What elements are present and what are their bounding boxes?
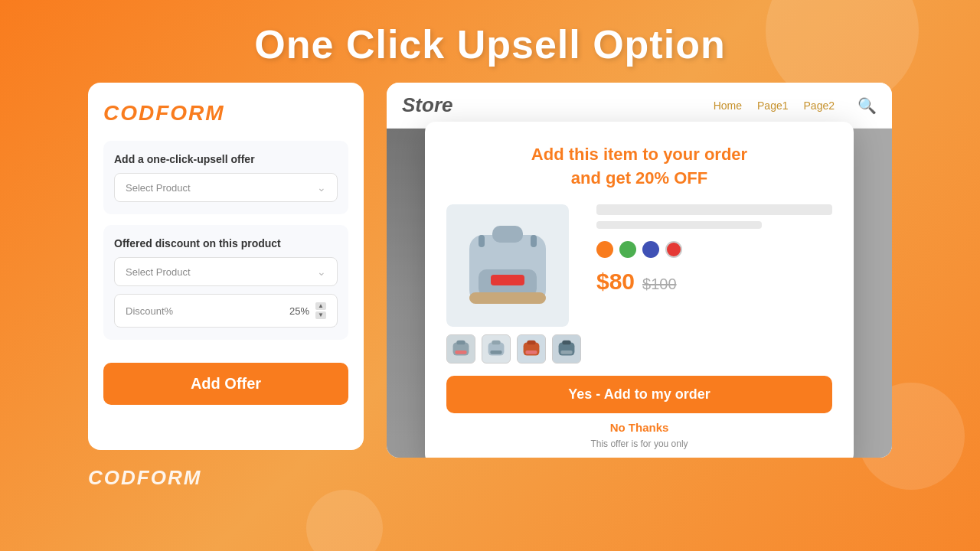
form-section-discount: Offered discount on this product Select … xyxy=(103,225,348,340)
offer-note: This offer is for you only xyxy=(590,439,688,449)
svg-rect-21 xyxy=(490,350,501,354)
select-product-1-text: Select Product xyxy=(126,182,191,194)
section2-label: Offered discount on this product xyxy=(114,237,338,249)
search-icon[interactable]: 🔍 xyxy=(858,96,877,115)
right-panel: Store Home Page1 Page2 🔍 xyxy=(387,83,892,458)
nav-links: Home Page1 Page2 xyxy=(714,99,835,112)
upsell-card: Add this item to your orderand get 20% O… xyxy=(425,122,854,458)
upsell-body: $80 $100 xyxy=(446,204,832,364)
store-logo: Store xyxy=(402,93,452,117)
add-offer-button[interactable]: Add Offer xyxy=(103,363,348,405)
upsell-details-col: $80 $100 xyxy=(596,204,832,295)
discount-row: Discount% 25% ▲ ▼ xyxy=(114,294,338,328)
color-swatches xyxy=(596,241,832,258)
svg-rect-16 xyxy=(456,340,465,344)
price-old: $100 xyxy=(642,276,677,293)
nav-page1[interactable]: Page1 xyxy=(757,99,788,112)
svg-rect-10 xyxy=(491,275,524,285)
form-section-upsell: Add a one-click-upsell offer Select Prod… xyxy=(103,141,348,214)
discount-value-text: 25% xyxy=(289,305,309,317)
price-new: $80 xyxy=(596,269,635,295)
thumbnail-2[interactable] xyxy=(482,334,511,364)
stepper-down-button[interactable]: ▼ xyxy=(315,311,326,319)
nav-home[interactable]: Home xyxy=(714,99,742,112)
select-product-2-text: Select Product xyxy=(126,266,191,278)
product-area: BRAND The Outdoor Backpack Add this item… xyxy=(387,129,892,458)
bg-decoration-3 xyxy=(306,490,383,551)
upsell-image-col xyxy=(446,204,581,364)
price-row: $80 $100 xyxy=(596,269,832,295)
codform-logo: CODFORM xyxy=(103,101,348,126)
store-logo-text: Store xyxy=(402,93,452,116)
swatch-red[interactable] xyxy=(665,241,682,258)
product-title-bar xyxy=(596,204,832,215)
svg-rect-11 xyxy=(479,235,485,247)
select-product-2[interactable]: Select Product ⌄ xyxy=(114,257,338,286)
thumbnail-4[interactable] xyxy=(552,334,581,364)
thumbnail-1[interactable] xyxy=(446,334,475,364)
discount-label: Discount% xyxy=(126,305,173,317)
swatch-blue[interactable] xyxy=(642,241,659,258)
svg-rect-25 xyxy=(525,350,537,354)
upsell-title: Add this item to your orderand get 20% O… xyxy=(531,143,747,191)
thumbnail-3[interactable] xyxy=(517,334,546,364)
swatch-orange[interactable] xyxy=(596,241,613,258)
svg-rect-24 xyxy=(527,340,535,344)
yes-add-to-order-button[interactable]: Yes - Add to my order xyxy=(446,376,832,413)
section1-label: Add a one-click-upsell offer xyxy=(114,153,338,165)
upsell-product-image xyxy=(446,204,569,327)
nav-page2[interactable]: Page2 xyxy=(804,99,835,112)
product-subtitle-bar xyxy=(596,221,762,229)
svg-rect-17 xyxy=(455,350,466,354)
svg-rect-13 xyxy=(469,292,546,304)
main-content: CODFORM Add a one-click-upsell offer Sel… xyxy=(0,83,980,458)
svg-rect-12 xyxy=(531,235,537,247)
svg-rect-29 xyxy=(560,350,572,354)
swatch-green[interactable] xyxy=(619,241,636,258)
svg-rect-28 xyxy=(562,340,570,344)
discount-stepper[interactable]: ▲ ▼ xyxy=(315,302,326,319)
stepper-up-button[interactable]: ▲ xyxy=(315,302,326,310)
chevron-down-icon-1: ⌄ xyxy=(317,181,326,194)
chevron-down-icon-2: ⌄ xyxy=(317,266,326,278)
discount-value-group: 25% ▲ ▼ xyxy=(289,302,326,319)
no-thanks-link[interactable]: No Thanks xyxy=(610,421,669,434)
select-product-1[interactable]: Select Product ⌄ xyxy=(114,173,338,202)
thumbnails-row xyxy=(446,334,581,364)
upsell-modal-overlay: Add this item to your orderand get 20% O… xyxy=(387,129,892,458)
bottom-logo: CODFORM xyxy=(88,466,201,490)
upsell-backpack-svg xyxy=(446,204,569,327)
svg-rect-20 xyxy=(492,340,500,344)
left-panel: CODFORM Add a one-click-upsell offer Sel… xyxy=(88,83,364,450)
svg-rect-8 xyxy=(492,226,523,243)
